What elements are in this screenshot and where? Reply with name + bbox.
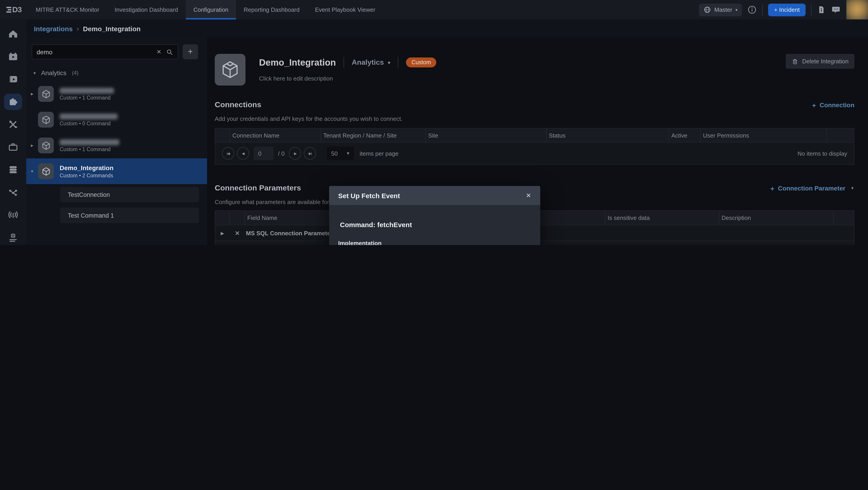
implementation-label: Implementation <box>338 240 531 245</box>
divider <box>398 57 398 68</box>
tenant-name: Master <box>714 6 732 13</box>
modal-title: Set Up Fetch Event <box>338 192 400 199</box>
page-title[interactable]: Demo_Integration <box>259 57 336 68</box>
category-dropdown[interactable]: Analytics ▾ <box>352 58 390 66</box>
search-input[interactable] <box>37 48 152 55</box>
delete-integration-button[interactable]: Delete Integration <box>786 54 855 69</box>
tenant-selector[interactable]: Master ▾ <box>699 3 742 16</box>
col-active[interactable]: Active <box>669 128 701 142</box>
d3-logo-icon <box>6 7 11 13</box>
col-site[interactable]: Site <box>426 128 547 142</box>
first-page-button[interactable]: |◀ <box>222 147 234 160</box>
col-is-sensitive[interactable]: Is sensitive data <box>605 211 719 225</box>
page-size-select[interactable]: 50 ▼ <box>327 147 354 160</box>
share-nodes-icon <box>8 187 19 198</box>
connections-heading: Connections <box>215 100 261 110</box>
integration-icon <box>215 54 246 86</box>
chevron-right-icon[interactable]: ▸ <box>26 143 38 148</box>
tree-child-testconnection[interactable]: TestConnection <box>60 187 199 202</box>
integration-header: Demo_Integration Analytics ▾ Custom Clic… <box>215 54 855 86</box>
add-connection-button[interactable]: + Connection <box>812 102 855 109</box>
breadcrumb-separator-icon: › <box>77 25 79 32</box>
chevron-down-icon: ▾ <box>735 7 737 12</box>
sidebar-item-playbook-library[interactable] <box>4 71 22 87</box>
chat-icon[interactable] <box>831 5 841 15</box>
redacted-integration-name <box>60 113 118 119</box>
col-tenant-region[interactable]: Tenant Region / Name / Site <box>321 128 426 142</box>
col-status[interactable]: Status <box>547 128 669 142</box>
integration-search[interactable]: ✕ <box>32 44 178 59</box>
antenna-icon <box>8 209 19 220</box>
sidebar-item-event-intake[interactable] <box>4 207 22 223</box>
sidebar-item-scheduled-playbook[interactable] <box>4 49 22 65</box>
integration-cube-icon <box>38 163 54 179</box>
user-avatar[interactable] <box>846 0 868 20</box>
sidebar-item-data-management[interactable] <box>4 162 22 178</box>
sidebar-item-home[interactable] <box>4 26 22 42</box>
nav-reporting-dashboard[interactable]: Reporting Dashboard <box>236 0 307 20</box>
nav-mitre-attck-monitor[interactable]: MITRE ATT&CK Monitor <box>28 0 107 20</box>
col-user-permissions[interactable]: User Permissions <box>701 128 827 142</box>
globe-icon <box>704 6 711 13</box>
tree-child-test-command-1[interactable]: Test Command 1 <box>60 208 199 223</box>
redacted-integration-name <box>60 88 114 93</box>
database-icon <box>8 164 19 175</box>
last-page-button[interactable]: ▶| <box>304 147 316 160</box>
clear-search-icon[interactable]: ✕ <box>156 49 161 55</box>
home-icon <box>8 29 19 39</box>
integrations-tree-panel: ✕ + ▾ Analytics (4) ▸ Custom • 1 Command <box>26 37 207 245</box>
nav-event-playbook-viewer[interactable]: Event Playbook Viewer <box>307 0 383 20</box>
divider <box>763 4 763 16</box>
nav-configuration[interactable]: Configuration <box>186 0 236 20</box>
topbar-controls: Master ▾ + Incident <box>699 0 868 20</box>
page-total: / 0 <box>278 150 285 157</box>
sidebar-item-case-box[interactable] <box>4 139 22 155</box>
d3-logo[interactable]: D3 <box>0 0 28 20</box>
expand-icon[interactable]: ▶ <box>215 231 230 235</box>
tools-icon <box>8 119 19 130</box>
add-integration-button[interactable]: + <box>183 44 198 59</box>
no-items-text: No items to display <box>798 150 847 157</box>
edit-description-placeholder[interactable]: Click here to edit description <box>259 75 436 82</box>
sidebar-item-utility-commands[interactable] <box>4 116 22 133</box>
next-page-button[interactable]: ▶ <box>289 147 301 160</box>
chevron-down-icon: ▾ <box>33 70 36 75</box>
prev-page-button[interactable]: ◀ <box>237 147 249 160</box>
tree-item-redacted-3[interactable]: ▸ Custom • 1 Command <box>26 133 207 158</box>
close-icon[interactable]: ✕ <box>526 192 531 199</box>
search-icon[interactable] <box>166 48 173 55</box>
page-number-input[interactable]: 0 <box>254 147 274 160</box>
app-window: D3 MITRE ATT&CK Monitor Investigation Da… <box>0 0 868 245</box>
tree-item-redacted-2[interactable]: Custom • 0 Command <box>26 107 207 133</box>
connection-parameters-heading: Connection Parameters <box>215 184 301 193</box>
plus-icon: + <box>812 102 816 108</box>
connections-description: Add your credentials and API keys for th… <box>215 115 855 122</box>
remove-icon[interactable]: ✕ <box>230 230 245 236</box>
icon-sidebar <box>0 20 26 245</box>
modal-command-label: Command: fetchEvent <box>338 221 531 229</box>
chevron-down-icon[interactable]: ▾ <box>26 169 38 174</box>
breadcrumb-integrations[interactable]: Integrations <box>34 25 73 32</box>
puzzle-icon <box>8 96 19 107</box>
add-incident-button[interactable]: + Incident <box>768 3 806 16</box>
tree-group-analytics[interactable]: ▾ Analytics (4) <box>33 69 207 77</box>
connections-table: Connection Name Tenant Region / Name / S… <box>215 128 855 165</box>
add-connection-parameter-button[interactable]: + Connection Parameter ▼ <box>770 184 855 192</box>
sidebar-item-sites[interactable] <box>4 229 22 245</box>
sidebar-item-integrations[interactable] <box>4 94 22 110</box>
col-connection-name[interactable]: Connection Name <box>230 128 321 142</box>
divider <box>344 57 344 68</box>
col-description[interactable]: Description <box>719 211 834 225</box>
trash-icon <box>792 58 799 65</box>
info-icon[interactable] <box>747 5 757 15</box>
integration-cube-icon <box>38 112 54 127</box>
main-nav: MITRE ATT&CK Monitor Investigation Dashb… <box>28 0 383 20</box>
tree-item-redacted-1[interactable]: ▸ Custom • 1 Command <box>26 81 207 107</box>
setup-fetch-event-modal: Set Up Fetch Event ✕ Command: fetchEvent… <box>329 186 540 245</box>
sidebar-item-connections-graph[interactable] <box>4 184 22 200</box>
nav-investigation-dashboard[interactable]: Investigation Dashboard <box>107 0 186 20</box>
chevron-down-icon: ▼ <box>850 186 855 191</box>
release-notes-icon[interactable] <box>817 5 826 15</box>
tree-item-demo-integration[interactable]: ▾ Demo_Integration Custom • 2 Commands <box>26 158 207 184</box>
chevron-right-icon[interactable]: ▸ <box>26 91 38 97</box>
